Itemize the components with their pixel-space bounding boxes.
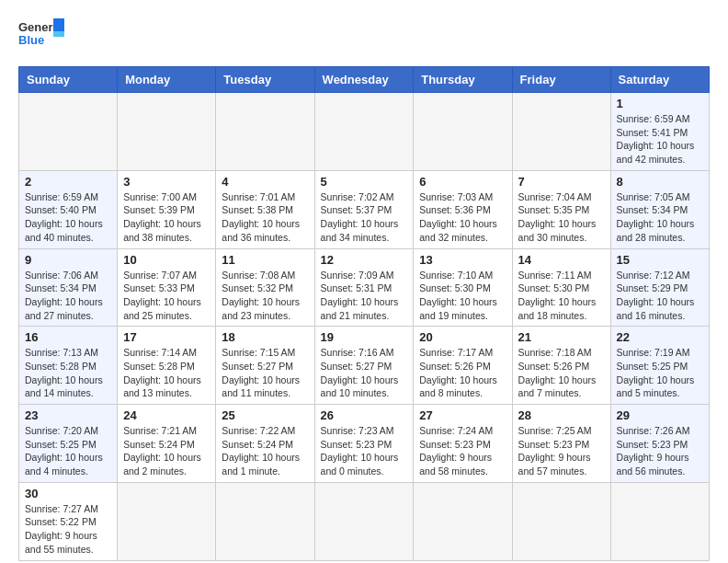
day-info: Sunrise: 7:14 AM Sunset: 5:28 PM Dayligh… [123,346,210,400]
calendar-cell [512,482,610,560]
day-number: 10 [123,253,210,267]
calendar-cell: 6Sunrise: 7:03 AM Sunset: 5:36 PM Daylig… [414,170,512,248]
day-info: Sunrise: 7:24 AM Sunset: 5:23 PM Dayligh… [419,424,506,478]
calendar-cell [216,482,314,560]
calendar-cell: 3Sunrise: 7:00 AM Sunset: 5:39 PM Daylig… [118,170,216,248]
calendar-cell [19,93,118,171]
calendar-cell: 18Sunrise: 7:15 AM Sunset: 5:27 PM Dayli… [216,327,314,405]
day-info: Sunrise: 7:26 AM Sunset: 5:23 PM Dayligh… [617,424,703,478]
calendar-cell: 24Sunrise: 7:21 AM Sunset: 5:24 PM Dayli… [118,405,216,483]
svg-text:Blue: Blue [18,33,44,47]
header: GeneralBlue [18,18,710,52]
weekday-header-saturday: Saturday [610,67,709,93]
day-number: 3 [123,175,210,189]
day-info: Sunrise: 7:07 AM Sunset: 5:33 PM Dayligh… [123,269,210,323]
weekday-header-tuesday: Tuesday [216,67,314,93]
day-info: Sunrise: 7:15 AM Sunset: 5:27 PM Dayligh… [222,346,308,400]
calendar-cell [314,93,414,171]
day-number: 28 [518,408,605,422]
calendar-cell [414,482,512,560]
calendar-week-row: 23Sunrise: 7:20 AM Sunset: 5:25 PM Dayli… [19,405,710,483]
day-number: 6 [419,175,506,189]
day-number: 25 [222,408,308,422]
calendar-cell: 15Sunrise: 7:12 AM Sunset: 5:29 PM Dayli… [610,248,709,327]
calendar-cell: 21Sunrise: 7:18 AM Sunset: 5:26 PM Dayli… [512,327,610,405]
calendar-cell: 1Sunrise: 6:59 AM Sunset: 5:41 PM Daylig… [610,93,709,171]
calendar-cell: 11Sunrise: 7:08 AM Sunset: 5:32 PM Dayli… [216,248,314,327]
day-info: Sunrise: 7:08 AM Sunset: 5:32 PM Dayligh… [222,269,308,323]
calendar-cell [610,482,709,560]
logo: GeneralBlue [18,18,64,52]
calendar-week-row: 16Sunrise: 7:13 AM Sunset: 5:28 PM Dayli… [19,327,710,405]
day-number: 7 [518,175,605,189]
day-info: Sunrise: 7:11 AM Sunset: 5:30 PM Dayligh… [518,269,605,323]
day-info: Sunrise: 7:25 AM Sunset: 5:23 PM Dayligh… [518,424,605,478]
weekday-header-monday: Monday [118,67,216,93]
day-number: 15 [617,253,703,267]
day-number: 14 [518,253,605,267]
calendar-week-row: 30Sunrise: 7:27 AM Sunset: 5:22 PM Dayli… [19,482,710,560]
day-info: Sunrise: 7:19 AM Sunset: 5:25 PM Dayligh… [617,346,703,400]
day-number: 11 [222,253,308,267]
day-number: 17 [123,330,210,344]
calendar-cell: 17Sunrise: 7:14 AM Sunset: 5:28 PM Dayli… [118,327,216,405]
calendar-cell: 13Sunrise: 7:10 AM Sunset: 5:30 PM Dayli… [414,248,512,327]
day-info: Sunrise: 7:03 AM Sunset: 5:36 PM Dayligh… [419,190,506,245]
calendar-cell [314,482,414,560]
day-number: 4 [222,175,308,189]
calendar-cell: 10Sunrise: 7:07 AM Sunset: 5:33 PM Dayli… [118,248,216,327]
day-number: 26 [321,408,408,422]
calendar-cell: 4Sunrise: 7:01 AM Sunset: 5:38 PM Daylig… [216,170,314,248]
day-info: Sunrise: 7:23 AM Sunset: 5:23 PM Dayligh… [321,424,408,478]
calendar-table: SundayMondayTuesdayWednesdayThursdayFrid… [18,66,710,561]
day-info: Sunrise: 7:20 AM Sunset: 5:25 PM Dayligh… [25,424,111,478]
calendar-week-row: 1Sunrise: 6:59 AM Sunset: 5:41 PM Daylig… [19,93,710,171]
calendar-cell: 12Sunrise: 7:09 AM Sunset: 5:31 PM Dayli… [314,248,414,327]
day-info: Sunrise: 7:05 AM Sunset: 5:34 PM Dayligh… [617,190,703,245]
calendar-cell: 8Sunrise: 7:05 AM Sunset: 5:34 PM Daylig… [610,170,709,248]
day-info: Sunrise: 7:02 AM Sunset: 5:37 PM Dayligh… [321,190,408,245]
day-number: 22 [617,330,703,344]
day-number: 12 [321,253,408,267]
logo-svg: GeneralBlue [18,18,64,52]
calendar-week-row: 9Sunrise: 7:06 AM Sunset: 5:34 PM Daylig… [19,248,710,327]
weekday-header-friday: Friday [512,67,610,93]
day-number: 21 [518,330,605,344]
day-info: Sunrise: 7:04 AM Sunset: 5:35 PM Dayligh… [518,190,605,245]
day-number: 1 [617,97,703,110]
day-number: 18 [222,330,308,344]
day-info: Sunrise: 7:17 AM Sunset: 5:26 PM Dayligh… [419,346,506,400]
calendar-cell: 14Sunrise: 7:11 AM Sunset: 5:30 PM Dayli… [512,248,610,327]
day-number: 24 [123,408,210,422]
calendar-cell: 28Sunrise: 7:25 AM Sunset: 5:23 PM Dayli… [512,405,610,483]
day-number: 23 [25,408,111,422]
day-number: 2 [25,175,111,189]
calendar-cell [118,482,216,560]
calendar-cell: 19Sunrise: 7:16 AM Sunset: 5:27 PM Dayli… [314,327,414,405]
day-number: 29 [617,408,703,422]
day-info: Sunrise: 7:18 AM Sunset: 5:26 PM Dayligh… [518,346,605,400]
day-number: 20 [419,330,506,344]
day-number: 9 [25,253,111,267]
day-number: 16 [25,330,111,344]
calendar-cell [216,93,314,171]
day-info: Sunrise: 7:09 AM Sunset: 5:31 PM Dayligh… [321,269,408,323]
day-info: Sunrise: 7:16 AM Sunset: 5:27 PM Dayligh… [321,346,408,400]
day-info: Sunrise: 7:21 AM Sunset: 5:24 PM Dayligh… [123,424,210,478]
day-info: Sunrise: 7:12 AM Sunset: 5:29 PM Dayligh… [617,269,703,323]
calendar-cell [512,93,610,171]
calendar-cell: 27Sunrise: 7:24 AM Sunset: 5:23 PM Dayli… [414,405,512,483]
calendar-cell: 29Sunrise: 7:26 AM Sunset: 5:23 PM Dayli… [610,405,709,483]
day-info: Sunrise: 7:27 AM Sunset: 5:22 PM Dayligh… [25,502,111,557]
weekday-header-sunday: Sunday [19,67,118,93]
calendar-cell [414,93,512,171]
calendar-cell: 16Sunrise: 7:13 AM Sunset: 5:28 PM Dayli… [19,327,118,405]
weekday-header-row: SundayMondayTuesdayWednesdayThursdayFrid… [19,67,710,93]
svg-marker-2 [53,18,64,31]
day-number: 27 [419,408,506,422]
day-info: Sunrise: 7:01 AM Sunset: 5:38 PM Dayligh… [222,190,308,245]
day-number: 30 [25,487,111,500]
calendar-cell: 30Sunrise: 7:27 AM Sunset: 5:22 PM Dayli… [19,482,118,560]
day-info: Sunrise: 7:06 AM Sunset: 5:34 PM Dayligh… [25,269,111,323]
weekday-header-thursday: Thursday [414,67,512,93]
